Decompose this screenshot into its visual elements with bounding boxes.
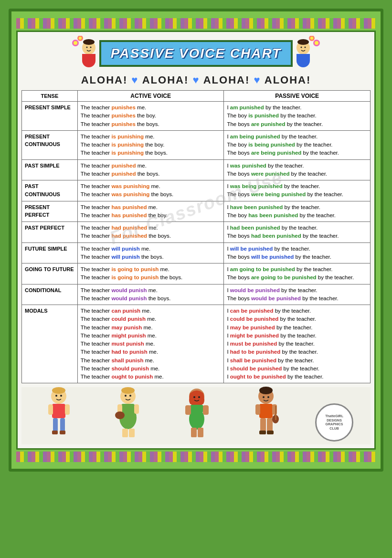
svg-point-16 [297, 39, 309, 45]
tense-cell: PRESENT SIMPLE [22, 102, 78, 131]
svg-rect-59 [260, 418, 266, 432]
passive-cell: I am going to be punished by the teacher… [224, 263, 371, 284]
flower-border-top [16, 18, 376, 29]
table-wrapper: For Classroom Use TENSE ACTIVE VOICE PAS… [21, 90, 371, 383]
active-cell: The teacher will punish me.The teacher w… [77, 242, 224, 263]
svg-point-12 [315, 41, 318, 45]
svg-point-33 [121, 387, 135, 394]
svg-rect-20 [297, 54, 310, 61]
svg-point-53 [259, 387, 273, 394]
bottom-characters: ThatteGIRLDESIGNSGRAPHICSCLUB [21, 387, 371, 444]
svg-rect-41 [129, 429, 135, 437]
svg-rect-27 [65, 404, 70, 415]
character-left [71, 36, 104, 69]
svg-rect-29 [60, 418, 65, 432]
bottom-char-3 [177, 387, 217, 442]
svg-rect-49 [203, 405, 209, 415]
passive-voice-table: TENSE ACTIVE VOICE PASSIVE VOICE PRESENT… [21, 90, 371, 383]
svg-point-6 [83, 39, 95, 45]
header-active: ACTIVE VOICE [77, 91, 224, 102]
bottom-char-2 [108, 387, 148, 442]
heart-1: ♥ [131, 74, 138, 86]
tense-cell: PAST SIMPLE [22, 159, 78, 180]
active-cell: The teacher punished me.The teacher puni… [77, 159, 224, 180]
svg-point-22 [52, 387, 65, 394]
header-tense: TENSE [22, 91, 78, 102]
svg-rect-31 [60, 431, 65, 434]
active-cell: The teacher is going to punish me.The te… [77, 263, 224, 284]
passive-cell: I was being punished by the teacher.The … [224, 180, 371, 201]
svg-rect-61 [259, 431, 266, 434]
title-banner: PASSIVE VOICE CHART [99, 40, 293, 67]
tense-cell: PAST PERFECT [22, 222, 78, 243]
passive-cell: I am punished by the teacher.The boy is … [224, 102, 371, 131]
svg-point-42 [115, 411, 125, 419]
passive-cell: I am being punished by the teacher.The b… [224, 130, 371, 159]
passive-cell: I will be punished by the teacher.The bo… [224, 242, 371, 263]
svg-rect-57 [255, 404, 260, 415]
svg-rect-56 [259, 404, 273, 418]
svg-rect-51 [198, 428, 203, 437]
logo-badge: ThatteGIRLDESIGNSGRAPHICSCLUB [315, 403, 353, 442]
svg-point-3 [79, 37, 82, 40]
svg-point-55 [267, 396, 269, 398]
active-cell: The teacher was punishing me.The teacher… [77, 180, 224, 201]
svg-point-24 [60, 395, 62, 397]
aloha-row: ALOHA! ♥ ALOHA! ♥ ALOHA! ♥ ALOHA! [21, 74, 371, 86]
header-passive: PASSIVE VOICE [224, 91, 371, 102]
svg-rect-40 [122, 429, 128, 437]
active-cell: The teacher punishes me.The teacher puni… [77, 102, 224, 131]
svg-rect-28 [53, 418, 58, 432]
tense-cell: PRESENT PERFECT [22, 201, 78, 222]
svg-rect-39 [134, 404, 139, 414]
svg-point-44 [193, 396, 195, 398]
svg-point-34 [125, 395, 127, 397]
heart-3: ♥ [254, 74, 261, 86]
svg-rect-30 [52, 431, 58, 434]
svg-rect-62 [267, 431, 274, 434]
passive-cell: I would be punished by the teacher.The b… [224, 284, 371, 305]
tense-cell: MODALS [22, 305, 78, 383]
svg-point-35 [129, 395, 131, 397]
svg-rect-25 [52, 404, 65, 418]
svg-rect-26 [48, 404, 53, 415]
passive-cell: I have been punished by the teacher.The … [224, 201, 371, 222]
page-container: PASSIVE VOICE CHART [9, 9, 383, 472]
active-cell: The teacher would punish me.The teacher … [77, 284, 224, 305]
svg-point-23 [55, 395, 57, 397]
svg-rect-10 [82, 54, 95, 61]
svg-rect-48 [185, 405, 191, 415]
tense-cell: CONDITIONAL [22, 284, 78, 305]
passive-cell: I had been punished by the teacher.The b… [224, 222, 371, 243]
tense-cell: PRESENT CONTINUOUS [22, 130, 78, 159]
flower-border-bottom [16, 452, 376, 462]
svg-point-8 [90, 47, 91, 48]
svg-point-54 [263, 396, 265, 398]
bottom-char-1 [39, 387, 79, 442]
passive-cell: I was punished by the teacher.The boys w… [224, 159, 371, 180]
svg-point-18 [305, 47, 306, 48]
svg-rect-64 [275, 406, 276, 420]
svg-rect-47 [190, 405, 203, 412]
active-cell: The teacher had punished me.The teacher … [77, 222, 224, 243]
svg-point-45 [198, 396, 200, 398]
active-cell: The teacher can punish me.The teacher co… [77, 305, 224, 383]
character-right [288, 36, 321, 69]
svg-point-1 [74, 41, 77, 45]
svg-rect-50 [191, 428, 197, 437]
bottom-char-4 [246, 387, 286, 442]
active-cell: The teacher has punished me.The teacher … [77, 201, 224, 222]
svg-point-7 [86, 47, 87, 48]
active-cell: The teacher is punishing me.The teacher … [77, 130, 224, 159]
svg-point-17 [301, 47, 302, 48]
heart-2: ♥ [192, 74, 200, 86]
header-box: PASSIVE VOICE CHART [21, 36, 371, 71]
main-title: PASSIVE VOICE CHART [111, 46, 281, 61]
svg-rect-60 [267, 418, 273, 432]
passive-cell: I can be punished by the teacher.I could… [224, 305, 371, 383]
svg-point-14 [310, 37, 313, 40]
svg-rect-37 [121, 404, 135, 413]
tense-cell: PAST CONTINUOUS [22, 180, 78, 201]
tense-cell: GOING TO FUTURE [22, 263, 78, 284]
tense-cell: FUTURE SIMPLE [22, 242, 78, 263]
